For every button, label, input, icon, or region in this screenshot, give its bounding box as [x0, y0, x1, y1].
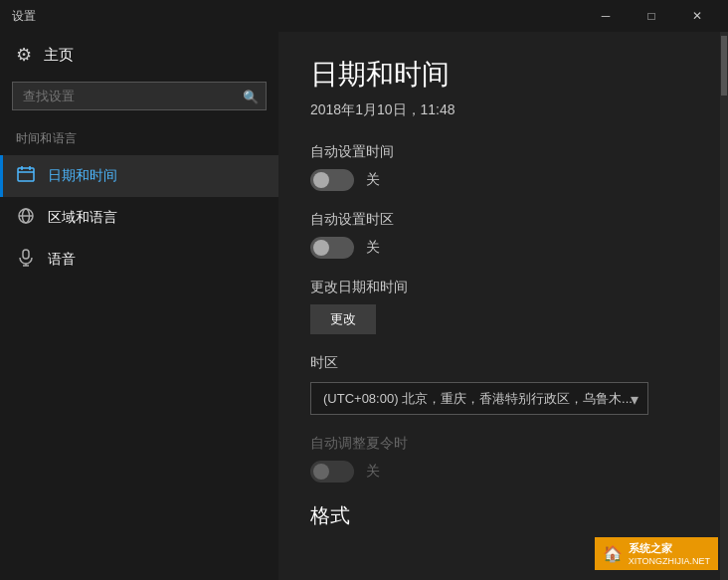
- title-bar: 设置 ─ □ ✕: [0, 0, 728, 32]
- auto-time-group: 自动设置时间 关: [310, 143, 688, 191]
- dst-group: 自动调整夏令时 关: [310, 435, 688, 483]
- sidebar-item-region[interactable]: 区域和语言: [0, 197, 278, 239]
- auto-time-label: 自动设置时间: [310, 143, 688, 161]
- dst-toggle-label: 关: [366, 463, 380, 481]
- sidebar-item-speech-label: 语音: [48, 251, 76, 269]
- sidebar-item-speech[interactable]: 语音: [0, 239, 278, 281]
- current-datetime: 2018年1月10日，11:48: [310, 101, 688, 119]
- search-icon: 🔍: [243, 89, 259, 103]
- auto-timezone-label: 自动设置时区: [310, 211, 688, 229]
- region-icon: [16, 207, 36, 229]
- sidebar-home[interactable]: ⚙ 主页: [0, 32, 278, 78]
- window-title: 设置: [12, 8, 36, 25]
- dst-toggle-row: 关: [310, 461, 688, 483]
- settings-window: 设置 ─ □ ✕ ⚙ 主页 🔍 时间和语言: [0, 0, 728, 580]
- scrollbar-track: [720, 32, 728, 580]
- auto-time-toggle-row: 关: [310, 169, 688, 191]
- content-area: 日期和时间 2018年1月10日，11:48 自动设置时间 关 自动设置时区 关: [278, 32, 720, 580]
- watermark: 🏠 系统之家 XITONGZHIJIA.NET: [595, 537, 718, 570]
- dst-toggle[interactable]: [310, 461, 354, 483]
- main-content: ⚙ 主页 🔍 时间和语言 日期和: [0, 32, 728, 580]
- dst-label: 自动调整夏令时: [310, 435, 688, 453]
- watermark-text-block: 系统之家 XITONGZHIJIA.NET: [629, 541, 710, 566]
- watermark-brand: 系统之家: [629, 541, 710, 556]
- page-title: 日期和时间: [310, 56, 688, 94]
- search-input[interactable]: [12, 82, 267, 110]
- auto-timezone-toggle-label: 关: [366, 239, 380, 257]
- timezone-group: 时区 (UTC+08:00) 北京，重庆，香港特别行政区，乌鲁木...: [310, 354, 688, 415]
- svg-rect-7: [23, 250, 29, 259]
- sidebar-item-datetime-label: 日期和时间: [48, 167, 117, 185]
- sidebar-section-title: 时间和语言: [0, 126, 278, 155]
- sidebar-item-datetime[interactable]: 日期和时间: [0, 155, 278, 197]
- close-button[interactable]: ✕: [674, 0, 720, 32]
- svg-rect-0: [18, 168, 34, 181]
- sidebar-home-label: 主页: [44, 46, 74, 65]
- timezone-select[interactable]: (UTC+08:00) 北京，重庆，香港特别行政区，乌鲁木...: [310, 382, 648, 415]
- speech-icon: [16, 249, 36, 271]
- watermark-house-icon: 🏠: [603, 544, 623, 563]
- window-controls: ─ □ ✕: [583, 0, 720, 32]
- sidebar-item-region-label: 区域和语言: [48, 209, 117, 227]
- change-datetime-label: 更改日期和时间: [310, 279, 688, 296]
- home-icon: ⚙: [16, 44, 32, 66]
- format-title: 格式: [310, 502, 688, 529]
- timezone-label: 时区: [310, 354, 688, 372]
- sidebar: ⚙ 主页 🔍 时间和语言 日期和: [0, 32, 278, 580]
- change-datetime-button[interactable]: 更改: [310, 304, 376, 334]
- auto-timezone-toggle[interactable]: [310, 237, 354, 259]
- scrollbar-thumb[interactable]: [721, 36, 727, 96]
- auto-timezone-group: 自动设置时区 关: [310, 211, 688, 259]
- maximize-button[interactable]: □: [629, 0, 674, 32]
- watermark-url: XITONGZHIJIA.NET: [629, 556, 710, 566]
- auto-timezone-toggle-row: 关: [310, 237, 688, 259]
- right-scrollbar[interactable]: [720, 32, 728, 580]
- minimize-button[interactable]: ─: [583, 0, 629, 32]
- timezone-wrapper: (UTC+08:00) 北京，重庆，香港特别行政区，乌鲁木...: [310, 382, 648, 415]
- calendar-icon: [16, 165, 36, 187]
- search-box: 🔍: [12, 82, 267, 110]
- change-datetime-group: 更改日期和时间 更改: [310, 279, 688, 334]
- auto-time-toggle[interactable]: [310, 169, 354, 191]
- auto-time-toggle-label: 关: [366, 171, 380, 189]
